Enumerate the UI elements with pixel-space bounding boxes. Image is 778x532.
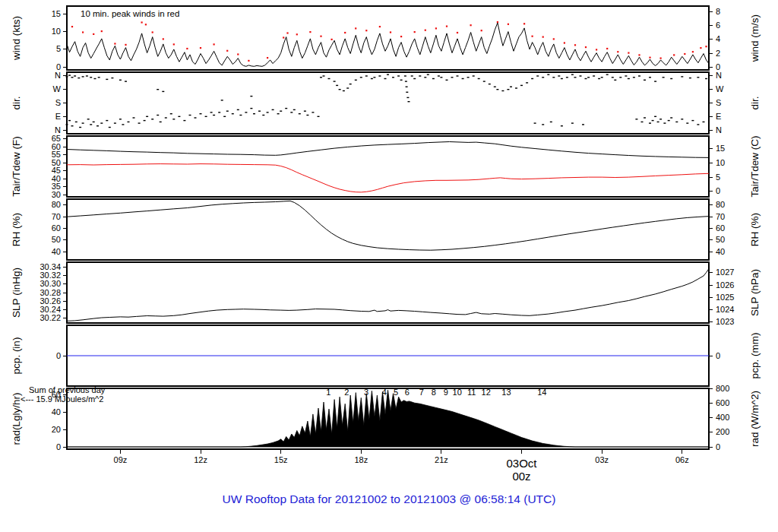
slp-left-tick-label: 30.22	[40, 313, 61, 322]
rad-left-tick-label: 0	[56, 442, 61, 451]
meteogram-canvas: 05101502468wind (kts)wind (m/s)10 min. p…	[0, 0, 778, 532]
wind-right-tick-label: 2	[716, 49, 720, 58]
dir-right-tick-label: W	[716, 84, 724, 93]
rad-milestone-label: 12	[482, 388, 491, 397]
temp-axis-title-left: Tair/Tdew (F)	[11, 136, 22, 197]
rad-sum-note-line2: <--- 15.9 MJoules/m^2	[21, 394, 103, 404]
rh-left-tick-label: 70	[52, 212, 61, 221]
rad-milestone-label: 4	[382, 388, 387, 397]
rh-line	[67, 201, 709, 250]
rad-area	[67, 390, 709, 447]
tdew-line	[67, 164, 709, 192]
rh-right-tick-label: 60	[716, 223, 725, 233]
dir-right-tick-label: N	[716, 125, 722, 135]
rh-panel-frame	[67, 199, 709, 260]
rad-right-tick-label: 0	[716, 442, 720, 451]
rh-axis-title-right: RH (%)	[749, 213, 761, 246]
rad-right-tick-label: 200	[716, 427, 729, 436]
tair-line	[67, 142, 709, 158]
rh-left-tick-label: 80	[52, 200, 61, 209]
panel-rh: 80706050408070605040RH (%)RH (%)	[11, 199, 761, 260]
rad-milestone-label: 13	[501, 388, 511, 397]
rad-milestone-label: 5	[394, 388, 398, 397]
dir-left-tick-label: W	[53, 84, 62, 93]
wind-direction-dots	[66, 74, 708, 128]
slp-axis-title-left: SLP (inHg)	[11, 268, 22, 318]
slp-axis-title-right: SLP (hPa)	[749, 269, 761, 316]
rh-left-tick-label: 50	[52, 235, 61, 244]
pcp-left-tick-label: 0	[56, 351, 61, 360]
dir-axis-title-left: dir.	[11, 96, 22, 109]
x-tick-label: 18z	[354, 455, 368, 464]
rad-axis-title-right: rad (W/m^2)	[749, 391, 761, 447]
slp-right-tick-label: 1024	[716, 305, 734, 314]
x-tick-label: 03z	[595, 455, 609, 464]
pcp-axis-title-right: pcp. (mm)	[749, 333, 761, 379]
wind-axis-title-right: wind (m/s)	[749, 14, 761, 62]
slp-panel-frame	[67, 262, 709, 323]
slp-right-tick-label: 1023	[716, 317, 734, 326]
temp-axis-title-right: Tair/Tdew (C)	[749, 135, 761, 197]
x-tick-label: 06z	[675, 455, 689, 464]
temp-right-tick-label: 10	[716, 158, 725, 167]
meteogram: 05101502468wind (kts)wind (m/s)10 min. p…	[0, 0, 778, 532]
rad-milestone-label: 3	[364, 388, 368, 397]
rad-milestone-label: 11	[467, 388, 476, 397]
slp-line	[67, 269, 709, 321]
pcp-right-tick-label: 0	[716, 351, 720, 360]
rad-milestone-label: 1	[326, 388, 330, 397]
wind-left-tick-label: 0	[56, 62, 61, 71]
rad-milestone-label: 8	[432, 388, 436, 397]
dir-left-tick-label: N	[55, 71, 61, 80]
pcp-axis-title-left: pcp. (in)	[11, 337, 22, 375]
slp-right-tick-label: 1025	[716, 293, 734, 302]
dir-left-tick-label: E	[55, 112, 61, 121]
rh-right-tick-label: 80	[716, 200, 725, 209]
rad-left-tick-label: 40	[52, 407, 61, 416]
dir-left-tick-label: N	[55, 125, 61, 135]
temp-right-tick-label: 0	[716, 186, 720, 195]
peak-winds-note: 10 min. peak winds in red	[81, 9, 179, 18]
wind-right-tick-label: 0	[716, 62, 720, 71]
wind-right-tick-label: 8	[716, 7, 720, 16]
panel-pcp: 00pcp. (in)pcp. (mm)	[11, 325, 761, 386]
rad-milestone-label: 14	[537, 388, 546, 397]
panel-temp: 6560555045403530151050Tair/Tdew (F)Tair/…	[11, 134, 761, 198]
rh-right-tick-label: 50	[716, 235, 725, 244]
dir-panel-frame	[67, 72, 709, 134]
panel-dir: NWSENNWSENdir.dir.	[11, 71, 761, 134]
rad-sum-note-line1: Sum of previous day	[29, 385, 106, 394]
panel-wind: 05101502468wind (kts)wind (m/s)10 min. p…	[11, 6, 761, 71]
temp-left-tick-label: 30	[52, 190, 61, 199]
wind-left-tick-label: 15	[52, 9, 61, 18]
rh-left-tick-label: 60	[52, 223, 61, 233]
dir-right-tick-label: N	[716, 71, 722, 80]
wind-left-tick-label: 10	[52, 27, 61, 36]
temp-right-tick-label: 15	[716, 144, 725, 153]
x-tick-label: 21z	[435, 455, 448, 464]
slp-right-tick-label: 1027	[716, 268, 734, 277]
temp-right-tick-label: 5	[716, 173, 720, 182]
temp-panel-frame	[67, 136, 709, 197]
rad-milestone-label: 6	[405, 388, 410, 397]
rh-axis-title-left: RH (%)	[11, 213, 22, 246]
wind-right-tick-label: 6	[716, 21, 720, 30]
panel-slp: 30.3430.3230.3030.2830.2630.2430.2210271…	[11, 262, 761, 326]
dir-right-tick-label: E	[716, 112, 721, 121]
rh-right-tick-label: 70	[716, 212, 725, 221]
rad-left-tick-label: 20	[52, 425, 61, 434]
wind-axis-title-left: wind (kts)	[11, 16, 22, 61]
rad-milestone-label: 2	[344, 388, 349, 397]
wind-left-tick-label: 5	[56, 44, 61, 53]
dir-right-tick-label: S	[716, 98, 721, 107]
wind-right-tick-label: 4	[716, 34, 720, 43]
x-tick-label: 09z	[114, 455, 128, 464]
dir-axis-title-right: dir.	[749, 96, 761, 109]
rad-milestone-label: 9	[444, 388, 448, 397]
rad-right-tick-label: 600	[716, 398, 729, 407]
rh-left-tick-label: 40	[52, 247, 61, 256]
x-tick-date-label: 03Oct	[507, 457, 538, 470]
slp-right-tick-label: 1026	[716, 280, 734, 290]
panel-rad: 02040600200400600800rad(Lgly/hr)rad (W/m…	[11, 384, 761, 451]
rad-milestone-label: 10	[453, 388, 462, 397]
